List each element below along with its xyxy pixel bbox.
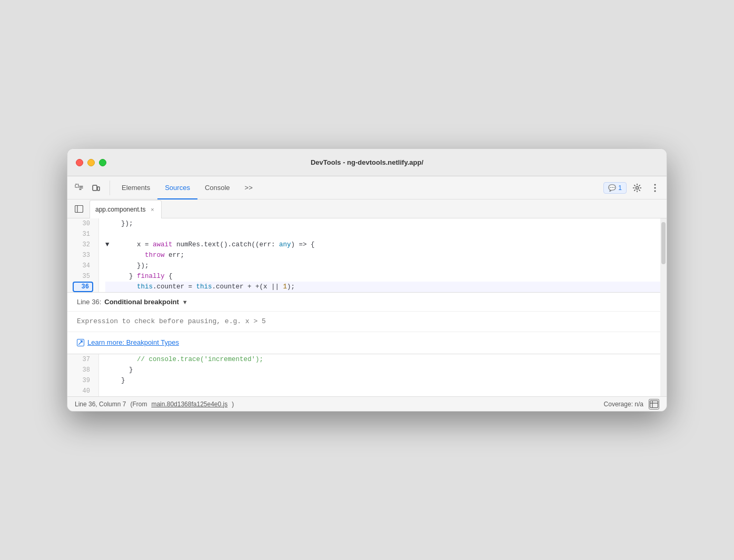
- coverage-icon[interactable]: [649, 399, 659, 409]
- line-num-36-active: 36: [73, 282, 93, 292]
- svg-point-4: [654, 184, 656, 185]
- close-button[interactable]: [76, 159, 83, 166]
- line-num-30: 30: [73, 218, 93, 229]
- status-right: Coverage: n/a: [604, 399, 659, 409]
- tab-sources[interactable]: Sources: [157, 176, 197, 199]
- device-toggle-icon[interactable]: [88, 181, 103, 195]
- scrollbar-thumb[interactable]: [661, 222, 666, 264]
- breakpoint-link-area: Learn more: Breakpoint Types: [67, 332, 667, 354]
- breakpoint-type-label: Conditional breakpoint: [104, 298, 179, 306]
- breakpoint-header: Line 36: Conditional breakpoint ▼: [67, 293, 667, 312]
- code-block-top: 30 31 32 33 34 35 36 }); ▼ x = await num…: [67, 218, 667, 292]
- code-line-39: }: [105, 375, 667, 386]
- svg-rect-1: [93, 185, 97, 191]
- code-line-40: [105, 386, 667, 396]
- svg-rect-9: [650, 401, 658, 407]
- file-tabbar: app.component.ts ×: [67, 199, 667, 218]
- external-link-icon: [77, 339, 84, 346]
- devtools-tabbar: Elements Sources Console >> 💬 1: [67, 176, 667, 199]
- code-line-34: });: [105, 261, 667, 271]
- file-tab-app-component[interactable]: app.component.ts ×: [90, 200, 162, 219]
- code-lines-top: }); ▼ x = await numRes.text().catch((err…: [99, 218, 667, 292]
- code-editor: 30 31 32 33 34 35 36 }); ▼ x = await num…: [67, 218, 667, 396]
- svg-point-6: [654, 190, 656, 192]
- line-num-32: 32: [73, 239, 93, 250]
- code-line-38: }: [105, 365, 667, 375]
- breakpoint-popup: Line 36: Conditional breakpoint ▼ Learn …: [67, 292, 667, 354]
- code-line-31: [105, 229, 667, 239]
- code-line-36: this.counter = this.counter + +(x || 1);: [105, 282, 667, 292]
- traffic-lights: [76, 159, 106, 166]
- line-num-39: 39: [73, 375, 93, 386]
- source-file-link[interactable]: main.80d1368fa125e4e0.js: [151, 401, 227, 408]
- window-title: DevTools - ng-devtools.netlify.app/: [311, 158, 423, 166]
- svg-point-3: [636, 186, 639, 189]
- breakpoint-line-label: Line 36:: [77, 298, 101, 306]
- breakpoint-expression-input[interactable]: [77, 317, 657, 325]
- svg-rect-0: [75, 184, 78, 187]
- svg-point-5: [654, 187, 656, 188]
- message-icon: 💬: [608, 184, 616, 192]
- tab-console[interactable]: Console: [197, 176, 237, 199]
- code-lines-bottom: // console.trace('incremented'); } }: [99, 354, 667, 396]
- file-tab-name: app.component.ts: [95, 206, 145, 213]
- settings-icon[interactable]: [630, 181, 644, 195]
- breakpoint-dropdown-icon[interactable]: ▼: [182, 299, 188, 305]
- devtools-window: DevTools - ng-devtools.netlify.app/ Elem…: [67, 148, 667, 412]
- line-num-33: 33: [73, 250, 93, 261]
- line-num-37: 37: [73, 354, 93, 365]
- line-num-38: 38: [73, 365, 93, 375]
- line-num-40: 40: [73, 386, 93, 396]
- code-line-35: } finally {: [105, 271, 667, 282]
- line-num-35: 35: [73, 271, 93, 282]
- tab-more[interactable]: >>: [237, 176, 260, 199]
- devtools-right-actions: 💬 1: [603, 181, 662, 195]
- tab-elements[interactable]: Elements: [114, 176, 157, 199]
- file-tab-close-icon[interactable]: ×: [148, 206, 156, 213]
- line-numbers-top: 30 31 32 33 34 35 36: [67, 218, 99, 292]
- line-num-34: 34: [73, 261, 93, 271]
- console-messages-badge[interactable]: 💬 1: [603, 182, 627, 194]
- code-line-32: ▼ x = await numRes.text().catch((err: an…: [105, 239, 667, 250]
- code-line-37: // console.trace('incremented');: [105, 354, 667, 365]
- status-bar: Line 36, Column 7 (From main.80d1368fa12…: [67, 396, 667, 411]
- code-line-33: throw err;: [105, 250, 667, 261]
- coverage-label: Coverage: n/a: [604, 401, 643, 408]
- code-line-30: });: [105, 218, 667, 229]
- inspect-element-icon[interactable]: [72, 181, 86, 195]
- line-numbers-bottom: 37 38 39 40: [67, 354, 99, 396]
- code-block-bottom: 37 38 39 40 // console.trace('incremente…: [67, 354, 667, 396]
- devtools-icon-group: [72, 181, 110, 195]
- sidebar-toggle-icon[interactable]: [72, 202, 86, 216]
- learn-more-link[interactable]: Learn more: Breakpoint Types: [87, 338, 179, 346]
- titlebar: DevTools - ng-devtools.netlify.app/: [67, 149, 667, 176]
- cursor-position: Line 36, Column 7: [75, 401, 126, 408]
- more-options-icon[interactable]: [648, 181, 662, 195]
- svg-rect-2: [97, 187, 100, 191]
- source-prefix: (From: [130, 401, 147, 408]
- svg-rect-7: [75, 205, 83, 212]
- line-num-31: 31: [73, 229, 93, 239]
- breakpoint-input-area: [67, 312, 667, 332]
- maximize-button[interactable]: [99, 159, 106, 166]
- minimize-button[interactable]: [87, 159, 95, 166]
- vertical-scrollbar[interactable]: [660, 218, 667, 396]
- source-suffix: ): [232, 401, 234, 408]
- badge-count: 1: [618, 184, 622, 192]
